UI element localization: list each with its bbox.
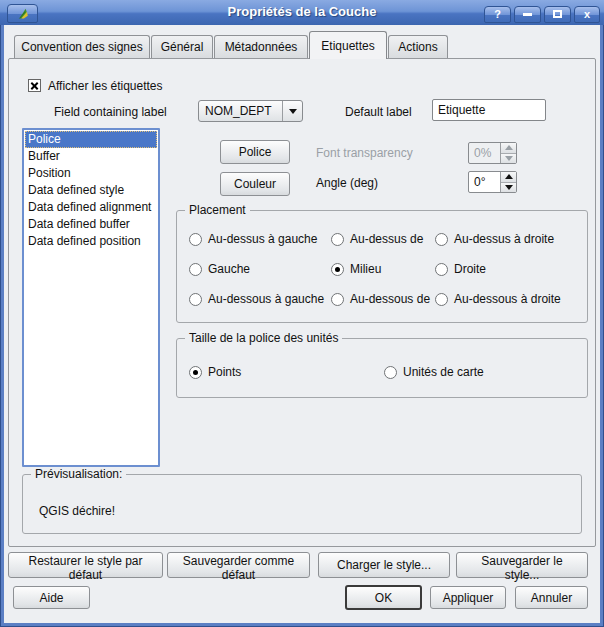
radio-droite[interactable]: Droite [435, 262, 561, 276]
cancel-button[interactable]: Annuler [515, 586, 588, 609]
angle-spinner[interactable]: 0° [468, 171, 517, 193]
load-style-button[interactable]: Charger le style... [318, 552, 450, 578]
radio-milieu[interactable]: Milieu [331, 262, 435, 276]
save-style-button[interactable]: Sauvegarder le style... [456, 552, 588, 578]
list-item-position[interactable]: Position [25, 165, 157, 182]
close-icon: x [584, 8, 590, 20]
radio-au-dessus-a-droite[interactable]: Au-dessus à droite [435, 232, 561, 246]
spin-up-icon[interactable] [501, 172, 516, 183]
minimize-icon [523, 13, 532, 16]
close-button[interactable]: x [574, 6, 600, 23]
preview-group: Prévisualisation: QGIS déchire! [22, 474, 582, 534]
radio-au-dessous-de[interactable]: Au-dessous de [331, 292, 435, 306]
show-labels-label: Afficher les étiquettes [48, 79, 163, 93]
default-label-label: Default label [345, 105, 412, 119]
couleur-button[interactable]: Couleur [220, 172, 290, 196]
minimize-button[interactable] [514, 6, 541, 23]
default-label-input[interactable] [432, 99, 546, 121]
tab-etiquettes[interactable]: Etiquettes [309, 31, 387, 59]
ok-button[interactable]: OK [345, 585, 422, 610]
maximize-button[interactable] [544, 6, 571, 23]
tab-convention-des-signes[interactable]: Convention des signes [14, 35, 150, 58]
chevron-down-icon[interactable] [282, 101, 302, 121]
police-button[interactable]: Police [220, 140, 290, 164]
dialog-body: Convention des signes Général Métadonnée… [4, 25, 600, 623]
save-as-default-button[interactable]: Sauvegarder comme défaut [167, 552, 310, 578]
radio-unites-de-carte[interactable]: Unités de carte [384, 365, 484, 379]
help-titlebar-button[interactable]: ? [484, 6, 511, 23]
angle-label: Angle (deg) [316, 176, 378, 190]
restore-default-style-button[interactable]: Restaurer le style par défaut [8, 552, 163, 578]
show-labels-checkbox[interactable] [28, 79, 41, 92]
font-transparency-value: 0% [469, 143, 500, 163]
field-containing-label: Field containing label [54, 105, 167, 119]
field-combobox[interactable]: NOM_DEPT [198, 100, 303, 122]
spin-down-icon[interactable] [501, 183, 516, 193]
preview-legend: Prévisualisation: [31, 467, 126, 481]
radio-au-dessus-de[interactable]: Au-dessus de [331, 232, 435, 246]
question-icon: ? [494, 8, 501, 20]
help-button[interactable]: Aide [13, 586, 90, 609]
radio-au-dessus-a-gauche[interactable]: Au-dessus à gauche [189, 232, 331, 246]
list-item-data-defined-buffer[interactable]: Data defined buffer [25, 216, 157, 233]
font-size-units-legend: Taille de la police des unités [185, 331, 342, 345]
list-item-police[interactable]: Police [25, 131, 157, 148]
tab-general[interactable]: Général [151, 35, 213, 58]
font-transparency-spinner[interactable]: 0% [468, 142, 517, 164]
radio-points[interactable]: Points [189, 365, 241, 379]
apply-button[interactable]: Appliquer [430, 586, 506, 609]
preview-sample-text: QGIS déchire! [39, 504, 115, 518]
radio-au-dessous-a-gauche[interactable]: Au-dessous à gauche [189, 292, 331, 306]
spin-down-icon[interactable] [501, 154, 516, 164]
list-item-data-defined-alignment[interactable]: Data defined alignment [25, 199, 157, 216]
placement-group: Placement Au-dessus à gauche Au-dessus d… [176, 210, 588, 323]
tab-actions[interactable]: Actions [388, 35, 448, 58]
font-transparency-label: Font transparency [316, 146, 413, 160]
titlebar[interactable]: Propriétés de la Couche ? x [0, 0, 604, 25]
font-size-units-group: Taille de la police des unités Points Un… [176, 338, 588, 398]
list-item-data-defined-style[interactable]: Data defined style [25, 182, 157, 199]
list-item-buffer[interactable]: Buffer [25, 148, 157, 165]
field-combobox-value: NOM_DEPT [199, 104, 282, 118]
layer-properties-dialog: Propriétés de la Couche ? x Convention d… [0, 0, 604, 627]
label-settings-list[interactable]: Police Buffer Position Data defined styl… [22, 128, 160, 467]
angle-value: 0° [469, 172, 500, 192]
maximize-icon [553, 10, 562, 18]
list-item-data-defined-position[interactable]: Data defined position [25, 233, 157, 250]
radio-au-dessous-a-droite[interactable]: Au-dessous à droite [435, 292, 561, 306]
placement-legend: Placement [185, 203, 250, 217]
radio-gauche[interactable]: Gauche [189, 262, 331, 276]
tab-metadonnees[interactable]: Métadonnées [214, 35, 308, 58]
spin-up-icon[interactable] [501, 143, 516, 154]
